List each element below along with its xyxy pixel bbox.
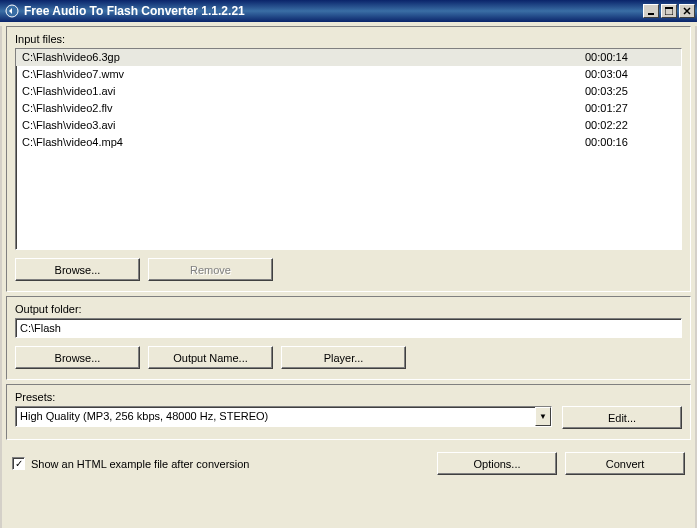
svg-rect-1: [648, 13, 654, 15]
file-path: C:\Flash\video3.avi: [22, 118, 585, 133]
edit-preset-button[interactable]: Edit...: [562, 406, 682, 429]
footer-buttons: Options... Convert: [437, 452, 685, 475]
output-folder-input[interactable]: [15, 318, 682, 338]
file-duration: 00:00:16: [585, 135, 675, 150]
maximize-button[interactable]: [661, 4, 677, 18]
file-duration: 00:03:04: [585, 67, 675, 82]
minimize-button[interactable]: [643, 4, 659, 18]
convert-button[interactable]: Convert: [565, 452, 685, 475]
show-html-checkbox-wrap[interactable]: ✓ Show an HTML example file after conver…: [12, 457, 437, 470]
list-item[interactable]: C:\Flash\video2.flv 00:01:27: [16, 100, 681, 117]
presets-row: High Quality (MP3, 256 kbps, 48000 Hz, S…: [15, 406, 682, 429]
preset-selected-text: High Quality (MP3, 256 kbps, 48000 Hz, S…: [16, 407, 535, 426]
output-folder-group: Output folder: Browse... Output Name... …: [6, 296, 691, 380]
input-files-listbox[interactable]: C:\Flash\video6.3gp 00:00:14 C:\Flash\vi…: [15, 48, 682, 250]
window-title: Free Audio To Flash Converter 1.1.2.21: [24, 4, 643, 18]
file-path: C:\Flash\video2.flv: [22, 101, 585, 116]
svg-rect-3: [665, 7, 673, 9]
file-duration: 00:02:22: [585, 118, 675, 133]
show-html-label: Show an HTML example file after conversi…: [31, 458, 249, 470]
preset-select[interactable]: High Quality (MP3, 256 kbps, 48000 Hz, S…: [15, 406, 552, 427]
presets-group: Presets: High Quality (MP3, 256 kbps, 48…: [6, 384, 691, 440]
browse-output-button[interactable]: Browse...: [15, 346, 140, 369]
file-path: C:\Flash\video4.mp4: [22, 135, 585, 150]
file-duration: 00:01:27: [585, 101, 675, 116]
checkbox-icon: ✓: [12, 457, 25, 470]
client-area: Input files: C:\Flash\video6.3gp 00:00:1…: [0, 26, 697, 528]
browse-input-button[interactable]: Browse...: [15, 258, 140, 281]
list-item[interactable]: C:\Flash\video6.3gp 00:00:14: [16, 49, 681, 66]
file-duration: 00:00:14: [585, 50, 675, 65]
output-buttons-row: Browse... Output Name... Player...: [15, 346, 682, 369]
presets-label: Presets:: [15, 391, 682, 403]
titlebar: Free Audio To Flash Converter 1.1.2.21: [0, 0, 697, 22]
close-button[interactable]: [679, 4, 695, 18]
app-icon: [4, 3, 20, 19]
file-path: C:\Flash\video6.3gp: [22, 50, 585, 65]
window-controls: [643, 4, 695, 18]
list-item[interactable]: C:\Flash\video1.avi 00:03:25: [16, 83, 681, 100]
list-item[interactable]: C:\Flash\video4.mp4 00:00:16: [16, 134, 681, 151]
output-folder-label: Output folder:: [15, 303, 682, 315]
chevron-down-icon[interactable]: ▼: [535, 407, 551, 426]
list-item[interactable]: C:\Flash\video7.wmv 00:03:04: [16, 66, 681, 83]
file-path: C:\Flash\video1.avi: [22, 84, 585, 99]
options-button[interactable]: Options...: [437, 452, 557, 475]
player-button[interactable]: Player...: [281, 346, 406, 369]
input-buttons-row: Browse... Remove: [15, 258, 682, 281]
input-files-group: Input files: C:\Flash\video6.3gp 00:00:1…: [6, 26, 691, 292]
remove-button[interactable]: Remove: [148, 258, 273, 281]
list-item[interactable]: C:\Flash\video3.avi 00:02:22: [16, 117, 681, 134]
output-name-button[interactable]: Output Name...: [148, 346, 273, 369]
file-duration: 00:03:25: [585, 84, 675, 99]
file-path: C:\Flash\video7.wmv: [22, 67, 585, 82]
input-files-label: Input files:: [15, 33, 682, 45]
footer-row: ✓ Show an HTML example file after conver…: [2, 444, 695, 483]
